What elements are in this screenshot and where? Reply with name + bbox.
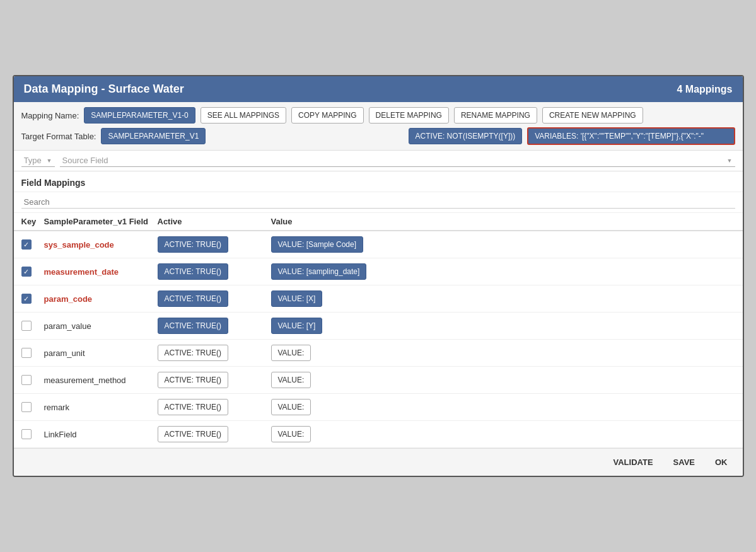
value-field-button[interactable]: VALUE: bbox=[271, 426, 311, 442]
delete-mapping-button[interactable]: DELETE MAPPING bbox=[369, 107, 449, 124]
target-format-button[interactable]: SAMPLEPARAMETER_V1 bbox=[101, 128, 206, 144]
active-cell: ACTIVE: TRUE() bbox=[158, 399, 271, 415]
table-row: measurement_dateACTIVE: TRUE()VALUE: [sa… bbox=[14, 258, 743, 285]
table-row: param_codeACTIVE: TRUE()VALUE: [X] bbox=[14, 285, 743, 313]
value-field-button[interactable]: VALUE: bbox=[271, 399, 311, 415]
search-input[interactable] bbox=[21, 196, 735, 209]
type-filter-wrapper: Type bbox=[21, 154, 55, 167]
col-active: Active bbox=[158, 217, 271, 226]
value-cell: VALUE: bbox=[271, 372, 735, 388]
rename-mapping-button[interactable]: RENAME MAPPING bbox=[454, 107, 537, 124]
copy-mapping-button[interactable]: COPY MAPPING bbox=[291, 107, 363, 124]
value-cell: VALUE: [X] bbox=[271, 290, 735, 307]
ok-button[interactable]: OK bbox=[710, 455, 733, 469]
row-checkbox[interactable] bbox=[21, 267, 32, 277]
title-bar: Data Mapping - Surface Water 4 Mappings bbox=[14, 76, 743, 102]
row-checkbox[interactable] bbox=[21, 294, 32, 304]
toolbar: Mapping Name: SAMPLEPARAMETER_V1-0 SEE A… bbox=[14, 102, 743, 151]
table-header: Key SampleParameter_v1 Field Active Valu… bbox=[14, 213, 743, 231]
toolbar-row-2: Target Format Table: SAMPLEPARAMETER_V1 … bbox=[21, 127, 735, 145]
table-body: sys_sample_codeACTIVE: TRUE()VALUE: [Sam… bbox=[14, 231, 743, 448]
type-filter[interactable]: Type bbox=[21, 154, 55, 167]
field-name: remark bbox=[44, 403, 158, 412]
value-cell: VALUE: [sampling_date] bbox=[271, 263, 735, 280]
footer: VALIDATE SAVE OK bbox=[14, 448, 743, 476]
table-row: sys_sample_codeACTIVE: TRUE()VALUE: [Sam… bbox=[14, 231, 743, 258]
active-field-button[interactable]: ACTIVE: TRUE() bbox=[158, 318, 228, 334]
active-cell: ACTIVE: TRUE() bbox=[158, 426, 271, 442]
value-field-button[interactable]: VALUE: [X] bbox=[271, 290, 323, 307]
field-name: param_value bbox=[44, 321, 158, 331]
field-name: param_code bbox=[44, 294, 158, 304]
table-row: measurement_methodACTIVE: TRUE()VALUE: bbox=[14, 367, 743, 394]
table-row: LinkFieldACTIVE: TRUE()VALUE: bbox=[14, 421, 743, 448]
field-name: measurement_date bbox=[44, 267, 158, 277]
save-button[interactable]: SAVE bbox=[668, 455, 700, 469]
create-new-mapping-button[interactable]: CREATE NEW MAPPING bbox=[542, 107, 643, 124]
row-checkbox[interactable] bbox=[21, 348, 32, 358]
table-row: remarkACTIVE: TRUE()VALUE: bbox=[14, 394, 743, 421]
field-name: param_unit bbox=[44, 348, 158, 358]
row-checkbox[interactable] bbox=[21, 321, 32, 331]
active-cell: ACTIVE: TRUE() bbox=[158, 345, 271, 361]
filter-row: Type Source Field bbox=[14, 151, 743, 171]
field-name: sys_sample_code bbox=[44, 240, 158, 250]
source-field-wrapper: Source Field bbox=[60, 154, 735, 167]
active-cell: ACTIVE: TRUE() bbox=[158, 263, 271, 280]
source-field-filter[interactable]: Source Field bbox=[60, 154, 735, 167]
active-field-button[interactable]: ACTIVE: TRUE() bbox=[158, 399, 228, 415]
target-format-label: Target Format Table: bbox=[21, 132, 96, 141]
see-all-mappings-button[interactable]: SEE ALL MAPPINGS bbox=[201, 107, 286, 124]
col-value: Value bbox=[271, 217, 735, 226]
col-key: Key bbox=[21, 217, 44, 226]
active-field-button[interactable]: ACTIVE: TRUE() bbox=[158, 290, 228, 307]
table-row: param_unitACTIVE: TRUE()VALUE: bbox=[14, 340, 743, 367]
row-checkbox[interactable] bbox=[21, 429, 32, 439]
mapping-name-button[interactable]: SAMPLEPARAMETER_V1-0 bbox=[84, 107, 195, 124]
value-field-button[interactable]: VALUE: [Y] bbox=[271, 318, 323, 334]
search-row bbox=[14, 192, 743, 213]
value-field-button[interactable]: VALUE: [Sample Code] bbox=[271, 236, 364, 253]
active-field-button[interactable]: ACTIVE: TRUE() bbox=[158, 372, 228, 388]
value-cell: VALUE: bbox=[271, 426, 735, 442]
active-cell: ACTIVE: TRUE() bbox=[158, 372, 271, 388]
value-field-button[interactable]: VALUE: bbox=[271, 345, 311, 361]
mapping-name-label: Mapping Name: bbox=[21, 111, 79, 120]
active-field-button[interactable]: ACTIVE: TRUE() bbox=[158, 345, 228, 361]
value-field-button[interactable]: VALUE: [sampling_date] bbox=[271, 263, 367, 280]
value-cell: VALUE: [Sample Code] bbox=[271, 236, 735, 253]
value-field-button[interactable]: VALUE: bbox=[271, 372, 311, 388]
row-checkbox[interactable] bbox=[21, 375, 32, 385]
validate-button[interactable]: VALIDATE bbox=[608, 455, 658, 469]
active-field-button[interactable]: ACTIVE: TRUE() bbox=[158, 236, 228, 253]
active-cell: ACTIVE: TRUE() bbox=[158, 318, 271, 334]
col-field: SampleParameter_v1 Field bbox=[44, 217, 158, 226]
window-title: Data Mapping - Surface Water bbox=[24, 83, 184, 96]
field-mappings-header: Field Mappings bbox=[14, 171, 743, 192]
value-cell: VALUE: bbox=[271, 399, 735, 415]
field-name: LinkField bbox=[44, 430, 158, 439]
value-cell: VALUE: [Y] bbox=[271, 318, 735, 334]
toolbar-row-1: Mapping Name: SAMPLEPARAMETER_V1-0 SEE A… bbox=[21, 107, 735, 124]
row-checkbox[interactable] bbox=[21, 239, 32, 250]
active-cell: ACTIVE: TRUE() bbox=[158, 290, 271, 307]
active-field-button[interactable]: ACTIVE: TRUE() bbox=[158, 426, 228, 442]
field-name: measurement_method bbox=[44, 376, 158, 385]
active-field-button[interactable]: ACTIVE: TRUE() bbox=[158, 263, 228, 280]
variables-box[interactable]: VARIABLES: '[{"X":""TEMP"","Y":"[TEMP]"}… bbox=[527, 127, 735, 145]
value-cell: VALUE: bbox=[271, 345, 735, 361]
main-window: Data Mapping - Surface Water 4 Mappings … bbox=[13, 75, 744, 477]
table-row: param_valueACTIVE: TRUE()VALUE: [Y] bbox=[14, 313, 743, 340]
mappings-count: 4 Mappings bbox=[677, 84, 732, 95]
active-button[interactable]: ACTIVE: NOT(ISEMPTY([Y])) bbox=[409, 128, 523, 144]
row-checkbox[interactable] bbox=[21, 402, 32, 412]
active-cell: ACTIVE: TRUE() bbox=[158, 236, 271, 253]
